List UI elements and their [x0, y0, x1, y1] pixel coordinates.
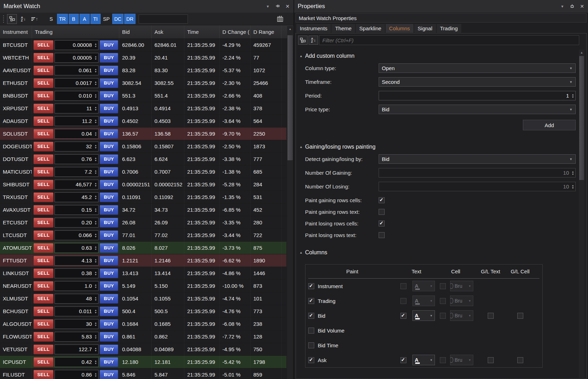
stepper-down-icon[interactable]: ▼ [95, 248, 97, 250]
properties-scrollbar[interactable]: ▲ [579, 50, 584, 378]
timeframe-select[interactable]: Second▼ [379, 77, 576, 87]
sell-button[interactable]: SELL [33, 243, 53, 253]
spinner-arrows[interactable]: ▲▼ [93, 358, 98, 367]
buy-button[interactable]: BUY [100, 104, 118, 113]
drag-grip-icon[interactable] [2, 15, 5, 23]
toolbar-toggle-sp[interactable]: SP [101, 14, 112, 24]
stepper-down-icon[interactable]: ▼ [95, 159, 97, 162]
stepper-down-icon[interactable]: ▼ [95, 108, 97, 111]
stepper-down-icon[interactable]: ▼ [95, 172, 97, 174]
sell-button[interactable]: SELL [33, 40, 53, 50]
spinner-arrows[interactable]: ▲▼ [93, 231, 98, 240]
buy-button[interactable]: BUY [100, 306, 118, 316]
table-row[interactable]: WBTCETHSELL0.00005▲▼BUY20.3920.4121:35:2… [0, 51, 286, 64]
sell-button[interactable]: SELL [33, 78, 53, 88]
toolbar-toggle-s[interactable]: S [46, 14, 56, 24]
table-row[interactable]: FTTUSDTSELL4.13▲▼BUY1.21211.214621:35:25… [0, 254, 286, 267]
tree-view-icon[interactable] [298, 36, 308, 45]
sell-button[interactable]: SELL [33, 180, 53, 190]
quantity-stepper[interactable]: 0.76▲▼ [55, 154, 99, 164]
spinner-arrows[interactable]: ▲▼ [93, 205, 98, 215]
stepper-up-icon[interactable]: ▲ [95, 93, 97, 96]
sell-button[interactable]: SELL [33, 104, 53, 113]
sell-button[interactable]: SELL [33, 344, 53, 354]
spinner-down-icon[interactable]: ▼ [572, 96, 574, 98]
table-row[interactable]: ETHUSDTSELL0.0017▲▼BUY3082.543082.5521:3… [0, 77, 286, 89]
buy-button[interactable]: BUY [100, 344, 118, 354]
section-columns[interactable]: ▲ Columns [299, 249, 586, 256]
add-button[interactable]: Add [523, 120, 576, 130]
table-row[interactable]: ICPUSDTSELL0.42▲▼BUY12.18012.18121:35:25… [0, 356, 286, 368]
toolbar-toggle-ti[interactable]: TI [90, 14, 101, 24]
stepper-down-icon[interactable]: ▼ [95, 375, 97, 377]
chevron-down-icon[interactable]: ▾ [265, 4, 270, 9]
sell-button[interactable]: SELL [33, 218, 53, 228]
buy-button[interactable]: BUY [100, 281, 118, 291]
sell-button[interactable]: SELL [33, 319, 53, 329]
buy-button[interactable]: BUY [100, 192, 118, 202]
scroll-up-icon[interactable]: ▲ [287, 26, 293, 32]
scroll-up-icon[interactable]: ▲ [579, 50, 584, 55]
stepper-up-icon[interactable]: ▲ [95, 131, 97, 134]
spinner-arrows[interactable]: ▲▼ [93, 307, 98, 316]
sort-az-icon[interactable]: AZ↓ [18, 14, 28, 24]
stepper-up-icon[interactable]: ▲ [95, 182, 97, 185]
table-row[interactable]: SOLUSDTSELL0.04▲▼BUY136.57136.5821:35:25… [0, 128, 286, 140]
stepper-down-icon[interactable]: ▼ [95, 261, 97, 263]
stepper-down-icon[interactable]: ▼ [95, 223, 97, 225]
mw-col-header-d-change[interactable]: D Change ( [220, 25, 251, 38]
table-row[interactable]: DOGEUSDTSELL32▲▼BUY0.158060.1580721:35:2… [0, 140, 286, 153]
spinner-arrows[interactable]: ▲▼ [93, 129, 98, 138]
tab-trading[interactable]: Trading [437, 24, 461, 33]
quantity-stepper[interactable]: 0.0017▲▼ [55, 78, 99, 88]
buy-button[interactable]: BUY [100, 40, 118, 50]
spinner-arrows[interactable]: ▲▼ [93, 117, 98, 126]
stepper-up-icon[interactable]: ▲ [95, 55, 97, 58]
sort-ascending-icon[interactable]: ↑ [30, 14, 39, 24]
section-add-custom-column[interactable]: ▲ Add custom column [299, 53, 586, 59]
stepper-up-icon[interactable]: ▲ [95, 334, 97, 337]
stepper-up-icon[interactable]: ▲ [95, 309, 97, 311]
stepper-up-icon[interactable]: ▲ [95, 271, 97, 273]
stepper-up-icon[interactable]: ▲ [95, 296, 97, 299]
spinner-down-icon[interactable]: ▼ [572, 187, 574, 189]
stepper-up-icon[interactable]: ▲ [95, 195, 97, 197]
paint-losing-rows-cells-checkbox[interactable] [379, 220, 385, 226]
quantity-stepper[interactable]: 0.011▲▼ [55, 306, 99, 316]
spinner-up-icon[interactable]: ▲ [572, 93, 574, 96]
stepper-down-icon[interactable]: ▼ [95, 299, 97, 301]
buy-button[interactable]: BUY [100, 256, 118, 266]
buy-button[interactable]: BUY [100, 154, 118, 164]
spinner-arrows[interactable]: ▲▼ [93, 370, 98, 379]
spinner-arrows[interactable]: ▲▼ [93, 218, 98, 227]
table-row[interactable]: XLMUSDTSELL48▲▼BUY0.10540.105521:35:25.9… [0, 292, 286, 305]
quantity-stepper[interactable]: 46,577▲▼ [55, 180, 99, 190]
stepper-down-icon[interactable]: ▼ [95, 210, 97, 212]
quantity-stepper[interactable]: 30▲▼ [55, 319, 99, 329]
table-row[interactable]: DOTUSDTSELL0.76▲▼BUY6.6236.62421:35:25.9… [0, 153, 286, 166]
price-type-select[interactable]: Bid▼ [379, 105, 576, 114]
sell-button[interactable]: SELL [33, 66, 53, 75]
spinner-arrows[interactable]: ▲▼ [93, 155, 98, 164]
toolbar-toggle-dc[interactable]: DC [112, 14, 124, 24]
quantity-stepper[interactable]: 11▲▼ [55, 104, 99, 113]
table-row[interactable]: BCHUSDTSELL0.011▲▼BUY500.4500.521:35:25.… [0, 305, 286, 318]
sell-button[interactable]: SELL [33, 154, 53, 164]
buy-button[interactable]: BUY [100, 243, 118, 253]
quantity-stepper[interactable]: 0.38▲▼ [55, 268, 99, 278]
quantity-stepper[interactable]: 7.2▲▼ [55, 167, 99, 177]
spinner-up-icon[interactable]: ▲ [572, 170, 574, 173]
quantity-stepper[interactable]: 0.42▲▼ [55, 357, 99, 367]
quantity-stepper[interactable]: 0.20▲▼ [55, 218, 99, 228]
tab-columns[interactable]: Columns [386, 24, 413, 33]
sell-button[interactable]: SELL [33, 116, 53, 126]
sell-button[interactable]: SELL [33, 357, 53, 367]
table-row[interactable]: MATICUSDTSELL7.2▲▼BUY0.70060.700721:35:2… [0, 166, 286, 178]
scrollbar-thumb[interactable] [287, 35, 293, 160]
sell-button[interactable]: SELL [33, 142, 53, 151]
toolbar-toggle-dr[interactable]: DR [124, 14, 135, 24]
detect-by-select[interactable]: Bid ▼ [379, 154, 576, 164]
stepper-down-icon[interactable]: ▼ [95, 45, 97, 48]
quantity-stepper[interactable]: 122.7▲▼ [55, 344, 99, 354]
pin-icon[interactable] [275, 4, 280, 9]
